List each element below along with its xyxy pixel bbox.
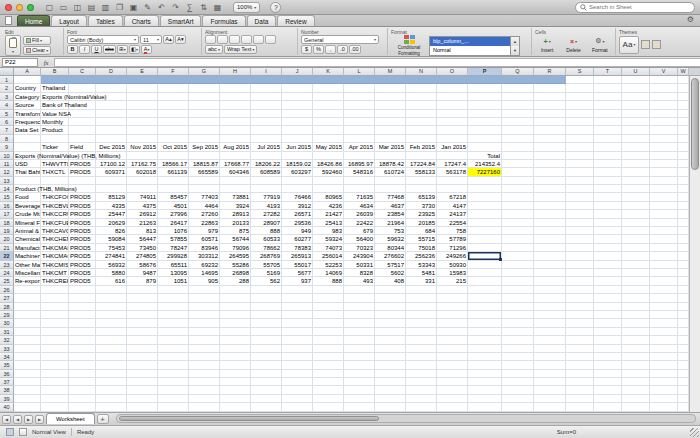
cell-C22[interactable]: PROD5 — [69, 252, 96, 260]
fill-button[interactable]: Fill▾ — [23, 36, 51, 45]
cell-I21[interactable]: 78662 — [251, 244, 282, 252]
cell-S4[interactable] — [566, 101, 594, 109]
cell-J8[interactable] — [282, 135, 313, 143]
column-header-L[interactable]: L — [344, 68, 375, 76]
row-header-22[interactable]: 22 — [0, 252, 14, 260]
cell-L28[interactable] — [344, 303, 375, 311]
cell-I27[interactable] — [251, 294, 282, 302]
cell-M8[interactable] — [375, 135, 406, 143]
cell-O37[interactable] — [437, 378, 468, 386]
cell-N35[interactable] — [406, 361, 437, 369]
cell-A33[interactable] — [14, 345, 41, 353]
cell-I35[interactable] — [251, 361, 282, 369]
cell-K39[interactable] — [313, 395, 344, 403]
cell-A32[interactable] — [14, 336, 41, 344]
cell-A20[interactable]: Chemical — [14, 235, 41, 243]
column-header-V[interactable]: V — [650, 68, 678, 76]
cell-J29[interactable] — [282, 311, 313, 319]
cell-Q32[interactable] — [502, 336, 534, 344]
cell-P36[interactable] — [468, 370, 502, 378]
cell-J27[interactable] — [282, 294, 313, 302]
cell-J34[interactable] — [282, 353, 313, 361]
cell-S14[interactable] — [566, 185, 594, 193]
row-header-20[interactable]: 20 — [0, 235, 14, 243]
cell-D25[interactable]: 616 — [96, 277, 127, 285]
cell-K1[interactable] — [313, 76, 344, 84]
cell-B16[interactable]: THKCBVL — [41, 202, 69, 210]
row-header-30[interactable]: 30 — [0, 319, 14, 327]
cell-M4[interactable] — [375, 101, 406, 109]
cell-A23[interactable]: Other Ma — [14, 261, 41, 269]
cell-J5[interactable] — [282, 110, 313, 118]
save-icon[interactable]: ◫ — [72, 2, 83, 13]
cell-S21[interactable] — [566, 244, 594, 252]
cell-H4[interactable] — [220, 101, 251, 109]
cell-G37[interactable] — [189, 378, 220, 386]
cell-I2[interactable] — [251, 84, 282, 92]
cell-M23[interactable]: 57517 — [375, 261, 406, 269]
cell-F9[interactable]: Oct 2015 — [158, 143, 189, 151]
cell-N3[interactable] — [406, 93, 437, 101]
cell-U11[interactable] — [622, 160, 650, 168]
cell-W25[interactable] — [678, 277, 689, 285]
cell-R8[interactable] — [534, 135, 566, 143]
cell-O22[interactable]: 249266 — [437, 252, 468, 260]
cell-I14[interactable] — [251, 185, 282, 193]
cell-M34[interactable] — [375, 353, 406, 361]
cell-T29[interactable] — [594, 311, 622, 319]
cell-Q38[interactable] — [502, 386, 534, 394]
cell-F12[interactable]: 661139 — [158, 168, 189, 176]
cell-T3[interactable] — [594, 93, 622, 101]
cell-R9[interactable] — [534, 143, 566, 151]
cell-S15[interactable] — [566, 193, 594, 201]
cell-P19[interactable] — [468, 227, 502, 235]
cell-B12[interactable]: THXCTL — [41, 168, 69, 176]
cell-R22[interactable] — [534, 252, 566, 260]
cell-I4[interactable] — [251, 101, 282, 109]
cell-E12[interactable]: 602018 — [127, 168, 158, 176]
cell-F19[interactable]: 1076 — [158, 227, 189, 235]
cell-W37[interactable] — [678, 378, 689, 386]
next-sheet-button[interactable]: ▶ — [24, 415, 33, 424]
cell-B18[interactable]: THKCFUEL — [41, 219, 69, 227]
cell-T32[interactable] — [594, 336, 622, 344]
cell-E27[interactable] — [127, 294, 158, 302]
cell-L1[interactable] — [344, 76, 375, 84]
cell-L40[interactable] — [344, 403, 375, 411]
cell-S1[interactable] — [566, 76, 594, 84]
cell-W2[interactable] — [678, 84, 689, 92]
cell-R18[interactable] — [534, 219, 566, 227]
cell-F27[interactable] — [158, 294, 189, 302]
cell-T14[interactable] — [594, 185, 622, 193]
cell-O30[interactable] — [437, 319, 468, 327]
cell-T1[interactable] — [594, 76, 622, 84]
cell-M13[interactable] — [375, 177, 406, 185]
cell-Q29[interactable] — [502, 311, 534, 319]
cell-M39[interactable] — [375, 395, 406, 403]
cell-R38[interactable] — [534, 386, 566, 394]
cell-S34[interactable] — [566, 353, 594, 361]
cell-O5[interactable] — [437, 110, 468, 118]
cell-O19[interactable]: 758 — [437, 227, 468, 235]
cell-N30[interactable] — [406, 319, 437, 327]
cell-W39[interactable] — [678, 395, 689, 403]
cell-S29[interactable] — [566, 311, 594, 319]
cell-G22[interactable]: 303312 — [189, 252, 220, 260]
cell-K5[interactable] — [313, 110, 344, 118]
cell-Q21[interactable] — [502, 244, 534, 252]
page-layout-view-button[interactable] — [19, 428, 27, 436]
cell-V2[interactable] — [650, 84, 678, 92]
cell-P29[interactable] — [468, 311, 502, 319]
cell-Q17[interactable] — [502, 210, 534, 218]
cell-O18[interactable]: 22554 — [437, 219, 468, 227]
cell-U29[interactable] — [622, 311, 650, 319]
cell-R16[interactable] — [534, 202, 566, 210]
cell-A4[interactable]: Source — [14, 101, 41, 109]
cell-R1[interactable] — [534, 76, 566, 84]
cell-V30[interactable] — [650, 319, 678, 327]
cell-H16[interactable]: 3924 — [220, 202, 251, 210]
cell-U8[interactable] — [622, 135, 650, 143]
cell-T5[interactable] — [594, 110, 622, 118]
decrease-decimal-button[interactable]: .0 — [337, 45, 348, 54]
name-box[interactable]: P22 — [2, 58, 38, 67]
